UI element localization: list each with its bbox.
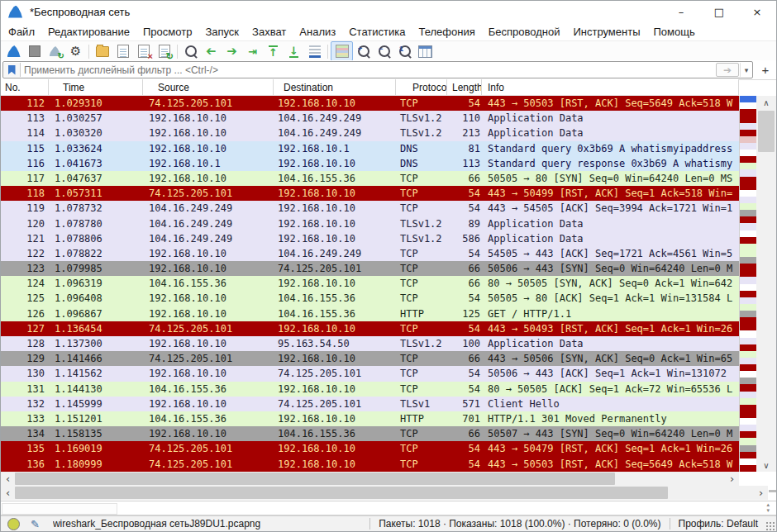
- menu-инструменты[interactable]: Инструменты: [566, 24, 646, 40]
- file-open-icon[interactable]: [92, 42, 112, 60]
- packet-row-134[interactable]: 1341.158135192.168.10.10104.16.155.36TCP…: [1, 426, 739, 441]
- colorize-icon[interactable]: [331, 41, 353, 61]
- zoom-in-icon[interactable]: +: [353, 42, 374, 60]
- cell-src: 192.168.10.10: [143, 141, 274, 156]
- cell-len: 54: [447, 246, 482, 261]
- scroll-right-arrow-icon[interactable]: ›: [754, 486, 768, 500]
- capture-restart-icon[interactable]: ↻: [45, 42, 65, 60]
- filter-add-button[interactable]: +: [756, 62, 775, 78]
- vertical-scrollbar[interactable]: ∧ ∨: [756, 96, 776, 472]
- column-header-info[interactable]: Info: [482, 79, 739, 95]
- column-header-destination[interactable]: Destination: [274, 79, 396, 95]
- packet-row-131[interactable]: 1311.144130104.16.155.36192.168.10.10TCP…: [1, 382, 739, 397]
- resize-columns-icon[interactable]: [415, 42, 436, 60]
- menu-просмотр[interactable]: Просмотр: [136, 24, 198, 40]
- menu-беспроводной[interactable]: Беспроводной: [482, 24, 567, 40]
- packet-row-130[interactable]: 1301.141562192.168.10.1074.125.205.101TC…: [1, 366, 739, 381]
- packet-row-135[interactable]: 1351.16901974.125.205.101192.168.10.10TC…: [1, 441, 739, 456]
- column-header-protocol[interactable]: Protocol: [396, 79, 447, 95]
- packet-row-118[interactable]: 1181.05731174.125.205.101192.168.10.10TC…: [1, 186, 739, 201]
- go-forward-icon[interactable]: ➔: [222, 42, 242, 60]
- menu-телефония[interactable]: Телефония: [412, 24, 481, 40]
- vertical-scrollbar-thumb[interactable]: [758, 111, 775, 152]
- packet-row-129[interactable]: 1291.14146674.125.205.101192.168.10.10TC…: [1, 351, 739, 366]
- packet-row-115[interactable]: 1151.033624192.168.10.10192.168.10.1DNS8…: [1, 141, 739, 156]
- menu-анализ[interactable]: Анализ: [293, 24, 342, 40]
- file-close-icon[interactable]: ×: [133, 42, 154, 60]
- capture-filename[interactable]: wireshark_Беспроводная сетьJ89DU1.pcapng: [53, 518, 260, 530]
- file-reload-icon[interactable]: ↻: [154, 42, 174, 60]
- cell-src: 74.125.205.101: [143, 96, 274, 111]
- packet-row-114[interactable]: 1141.030320192.168.10.10104.16.249.249TL…: [1, 126, 739, 140]
- packet-minimap[interactable]: [739, 96, 756, 472]
- pane-splitter-handle[interactable]: [769, 490, 777, 492]
- packet-row-112[interactable]: 1121.02931074.125.205.101192.168.10.10TC…: [1, 96, 739, 111]
- menu-файл[interactable]: Файл: [2, 24, 41, 40]
- packet-row-132[interactable]: 1321.145999192.168.10.1074.125.205.101TL…: [1, 397, 739, 411]
- packet-row-122[interactable]: 1221.078822192.168.10.10104.16.249.249TC…: [1, 246, 739, 261]
- packet-row-117[interactable]: 1171.047637192.168.10.10104.16.155.36TCP…: [1, 171, 739, 186]
- spinner-arrows-icon[interactable]: ▴▾: [766, 502, 770, 514]
- horizontal-scrollbar-thumb[interactable]: [15, 473, 615, 485]
- wireshark-start-icon[interactable]: [3, 42, 24, 60]
- resize-grip[interactable]: [765, 521, 775, 530]
- cell-time: 1.030257: [49, 111, 143, 126]
- menu-захват[interactable]: Захват: [245, 24, 293, 40]
- maximize-button[interactable]: □: [700, 1, 738, 22]
- horizontal-scrollbar-list[interactable]: ‹ ›: [1, 472, 739, 486]
- auto-scroll-icon[interactable]: [304, 42, 325, 60]
- go-bottom-icon[interactable]: ↓: [284, 42, 304, 60]
- column-header-time[interactable]: Time: [49, 79, 143, 95]
- scroll-left-arrow-icon[interactable]: ‹: [1, 472, 15, 486]
- menu-статистика[interactable]: Статистика: [342, 24, 412, 40]
- filter-apply-button[interactable]: ➔: [716, 63, 739, 77]
- scroll-down-arrow-icon[interactable]: ∨: [756, 458, 776, 472]
- packet-row-119[interactable]: 1191.078732104.16.249.249192.168.10.10TC…: [1, 201, 739, 216]
- packet-row-123[interactable]: 1231.079985192.168.10.1074.125.205.101TC…: [1, 261, 739, 276]
- go-top-icon[interactable]: ↑: [263, 42, 284, 60]
- capture-comment-icon[interactable]: ✎: [31, 518, 40, 530]
- packet-row-127[interactable]: 1271.13645474.125.205.101192.168.10.10TC…: [1, 321, 739, 336]
- packet-row-124[interactable]: 1241.096319104.16.155.36192.168.10.10TCP…: [1, 276, 739, 291]
- packet-row-126[interactable]: 1261.096867192.168.10.10104.16.155.36HTT…: [1, 306, 739, 321]
- menu-редактирование[interactable]: Редактирование: [41, 24, 136, 40]
- zoom-original-icon[interactable]: 1: [394, 42, 415, 60]
- column-header-length[interactable]: Length: [447, 79, 482, 95]
- close-button[interactable]: ×: [738, 1, 776, 22]
- cell-no: 119: [1, 201, 49, 216]
- find-packet-icon[interactable]: [180, 42, 201, 60]
- column-header-no[interactable]: No.: [1, 79, 49, 95]
- column-header-source[interactable]: Source: [143, 79, 274, 95]
- minimap-stripe: [740, 311, 756, 317]
- packet-row-120[interactable]: 1201.078780104.16.249.249192.168.10.10TL…: [1, 216, 739, 231]
- cell-info: Standard query response 0x3b69 A whatism…: [482, 156, 739, 171]
- menu-помощь[interactable]: Помощь: [647, 24, 702, 40]
- scroll-left-arrow-icon[interactable]: ‹: [1, 486, 15, 500]
- packet-row-113[interactable]: 1131.030257192.168.10.10104.16.249.249TL…: [1, 111, 739, 126]
- horizontal-scrollbar-lower[interactable]: ‹ ›: [1, 486, 768, 500]
- expert-info-icon[interactable]: [7, 518, 20, 530]
- packet-row-121[interactable]: 1211.078806104.16.249.249192.168.10.10TL…: [1, 231, 739, 246]
- packet-row-128[interactable]: 1281.137300192.168.10.1095.163.54.50TLSv…: [1, 336, 739, 351]
- packet-row-125[interactable]: 1251.096408192.168.10.10104.16.155.36TCP…: [1, 291, 739, 306]
- scroll-up-arrow-icon[interactable]: ∧: [756, 96, 776, 109]
- file-save-icon[interactable]: [112, 42, 133, 60]
- display-filter-input[interactable]: [21, 64, 716, 76]
- zoom-out-icon[interactable]: −: [374, 42, 394, 60]
- packet-row-133[interactable]: 1331.151201104.16.155.36192.168.10.10HTT…: [1, 411, 739, 426]
- filter-bookmark-button[interactable]: [3, 63, 21, 77]
- go-to-packet-icon[interactable]: ⇥: [242, 42, 263, 60]
- cell-proto: TCP: [396, 96, 447, 111]
- horizontal-scrollbar-thumb[interactable]: [15, 487, 668, 499]
- capture-stop-icon[interactable]: [24, 42, 45, 60]
- cell-dst: 192.168.10.10: [274, 457, 396, 472]
- packet-row-136[interactable]: 1361.18099974.125.205.101192.168.10.10TC…: [1, 457, 739, 472]
- menu-запуск[interactable]: Запуск: [198, 24, 245, 40]
- filter-history-dropdown[interactable]: ▾: [740, 63, 752, 77]
- packet-row-116[interactable]: 1161.041673192.168.10.1192.168.10.10DNS1…: [1, 156, 739, 171]
- capture-options-icon[interactable]: [65, 42, 86, 60]
- go-back-icon[interactable]: ➔: [201, 42, 222, 60]
- profile-label[interactable]: Профиль: Default: [671, 518, 766, 530]
- scroll-right-arrow-icon[interactable]: ›: [725, 472, 739, 486]
- minimize-button[interactable]: –: [662, 1, 700, 22]
